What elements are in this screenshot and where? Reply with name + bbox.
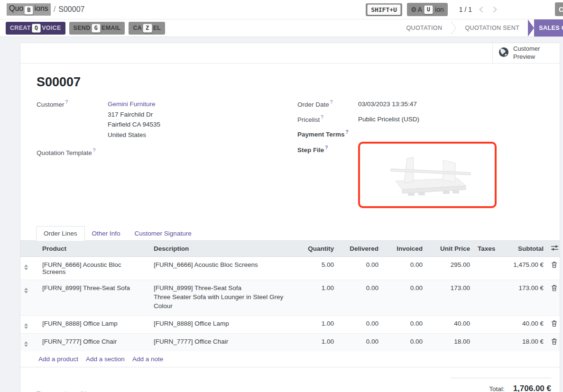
- cell-quantity[interactable]: 1.00: [296, 333, 338, 351]
- add-a-product-link[interactable]: Add a product: [38, 356, 78, 363]
- tab-order-lines[interactable]: Order Lines: [36, 226, 85, 241]
- order-date-value[interactable]: 03/03/2023 13:35:47: [358, 99, 417, 109]
- cell-quantity[interactable]: 5.00: [296, 256, 338, 280]
- terms-and-conditions-input[interactable]: Terms and conditions...: [37, 378, 451, 392]
- cell-delivered[interactable]: 0.00: [338, 256, 382, 280]
- cell-unit-price[interactable]: 40.00: [426, 315, 474, 333]
- cell-product[interactable]: [FURN_8999] Three-Seat Sofa: [38, 280, 150, 315]
- stage-quotation-sent[interactable]: QUOTATION SENT: [456, 25, 528, 31]
- cell-taxes[interactable]: [474, 315, 500, 333]
- cell-taxes[interactable]: [474, 280, 500, 315]
- drag-handle-icon[interactable]: [24, 340, 28, 347]
- hint-badge-b: B: [24, 6, 33, 15]
- customer-link[interactable]: Gemini Furniture: [108, 100, 156, 108]
- field-area: Customer? Gemini Furniture 317 Fairchild…: [20, 99, 560, 213]
- cell-subtotal: 173.00 €: [500, 280, 547, 315]
- column-header-quantity[interactable]: Quantity: [296, 241, 338, 257]
- send-email-button[interactable]: SENDGEMAIL: [69, 22, 125, 35]
- delete-row-icon[interactable]: [551, 320, 557, 327]
- stage-quotation[interactable]: QUOTATION: [397, 25, 451, 31]
- help-icon: ?: [325, 145, 328, 150]
- cell-product[interactable]: [FURN_7777] Office Chair: [38, 333, 150, 351]
- tab-customer-signature[interactable]: Customer Signature: [128, 227, 199, 240]
- cell-invoiced[interactable]: 0.00: [382, 256, 426, 280]
- column-header-invoiced[interactable]: Invoiced: [382, 241, 426, 257]
- cell-delivered[interactable]: 0.00: [338, 333, 382, 351]
- help-icon: ?: [346, 129, 349, 135]
- pricelist-value[interactable]: Public Pricelist (USD): [358, 114, 419, 125]
- cell-unit-price[interactable]: 295.00: [426, 256, 474, 280]
- step-file-preview[interactable]: [358, 142, 497, 208]
- cell-invoiced[interactable]: 0.00: [382, 315, 426, 333]
- gear-icon: ⚙: [411, 6, 417, 13]
- customer-address-line: Fairfield CA 94535: [108, 119, 160, 130]
- breadcrumb-record: S00007: [58, 5, 84, 14]
- pager-previous-icon[interactable]: [477, 6, 486, 13]
- cell-description[interactable]: [FURN_6666] Acoustic Bloc Screens: [150, 256, 296, 280]
- payment-terms-label: Payment Terms?: [297, 129, 358, 138]
- handle-column-header: [20, 241, 38, 257]
- column-header-taxes[interactable]: Taxes: [474, 241, 500, 257]
- total-box: Total: 1,706.00 €: [451, 378, 551, 392]
- drag-handle-icon[interactable]: [24, 263, 28, 270]
- shortcut-target-button[interactable]: SHIFT+U: [366, 3, 402, 16]
- column-header-unit-price[interactable]: Unit Price: [426, 241, 474, 257]
- tab-other-info[interactable]: Other Info: [85, 227, 128, 240]
- hint-badge-q: Q: [32, 24, 41, 33]
- cell-taxes[interactable]: [474, 333, 500, 351]
- drag-handle-icon[interactable]: [24, 286, 28, 293]
- cell-quantity[interactable]: 1.00: [296, 280, 338, 315]
- field-column-left: Customer? Gemini Furniture 317 Fairchild…: [37, 99, 297, 213]
- help-icon: ?: [330, 100, 333, 105]
- add-a-section-link[interactable]: Add a section: [86, 356, 125, 363]
- cell-invoiced[interactable]: 0.00: [382, 280, 426, 315]
- cell-quantity[interactable]: 1.00: [296, 315, 338, 333]
- status-bar: QUOTATION QUOTATION SENT SALES ORDER: [397, 19, 563, 36]
- total-label: Total:: [489, 385, 504, 392]
- cell-delivered[interactable]: 0.00: [338, 315, 382, 333]
- breadcrumb-quotations-link[interactable]: QuoBions: [7, 3, 51, 16]
- cell-description[interactable]: [FURN_8888] Office Lamp: [150, 315, 296, 333]
- breadcrumb-separator: /: [54, 5, 55, 14]
- drag-handle-icon[interactable]: [24, 322, 28, 329]
- field-column-right: Order Date? 03/03/2023 13:35:47 Pricelis…: [297, 99, 544, 213]
- delete-row-icon[interactable]: [551, 261, 557, 268]
- order-line-row: [FURN_6666] Acoustic Bloc Screens [FURN_…: [20, 256, 560, 280]
- action-label-pre: A: [417, 6, 422, 13]
- column-header-subtotal[interactable]: Subtotal: [500, 241, 547, 257]
- customer-label: Customer?: [37, 99, 108, 108]
- cell-unit-price[interactable]: 173.00: [426, 280, 474, 315]
- column-header-product[interactable]: Product: [38, 241, 150, 257]
- cell-taxes[interactable]: [474, 256, 500, 280]
- create-invoice-button[interactable]: CREATQVOICE: [6, 22, 65, 35]
- customer-address-line: 317 Fairchild Dr: [108, 109, 160, 120]
- breadcrumb: QuoBions / S00007: [7, 3, 84, 16]
- delete-row-icon[interactable]: [551, 284, 557, 292]
- cell-delivered[interactable]: 0.00: [338, 280, 382, 315]
- total-value: 1,706.00 €: [513, 384, 551, 392]
- control-panel: QuoBions / S00007 SHIFT+U ⚙ A U ion 1 / …: [0, 0, 563, 19]
- cell-description-detail: Three Seater Sofa with Lounger in Steel …: [154, 292, 292, 311]
- cell-product[interactable]: [FURN_6666] Acoustic Bloc Screens: [38, 256, 150, 280]
- customer-address-line: United States: [108, 130, 160, 140]
- cell-description[interactable]: [FURN_8999] Three-Seat Sofa Three Seater…: [150, 280, 296, 315]
- cell-product[interactable]: [FURN_8888] Office Lamp: [38, 315, 150, 333]
- column-header-description[interactable]: Description: [150, 241, 296, 257]
- customer-preview-button[interactable]: Customer Preview: [492, 43, 560, 63]
- cell-description[interactable]: [FURN_7777] Office Chair: [150, 333, 296, 351]
- pager-value[interactable]: 1 / 1: [459, 6, 472, 13]
- delete-row-icon[interactable]: [551, 338, 557, 345]
- add-a-note-link[interactable]: Add a note: [132, 356, 163, 363]
- stage-sales-order[interactable]: SALES ORDER: [528, 19, 563, 36]
- control-panel-right: SHIFT+U ⚙ A U ion 1 / 1: [366, 3, 499, 16]
- cell-subtotal: 18.00 €: [500, 333, 547, 351]
- action-menu-button[interactable]: ⚙ A U ion: [407, 3, 448, 16]
- optional-columns-icon[interactable]: [547, 241, 560, 257]
- clipped-edge-button[interactable]: C: [555, 2, 563, 16]
- column-header-delivered[interactable]: Delivered: [338, 241, 382, 257]
- cancel-button[interactable]: CAZEL: [129, 22, 165, 35]
- cell-invoiced[interactable]: 0.00: [382, 333, 426, 351]
- stage-separator-icon: [451, 21, 456, 35]
- cell-unit-price[interactable]: 18.00: [426, 333, 474, 351]
- pager-next-icon[interactable]: [490, 6, 499, 13]
